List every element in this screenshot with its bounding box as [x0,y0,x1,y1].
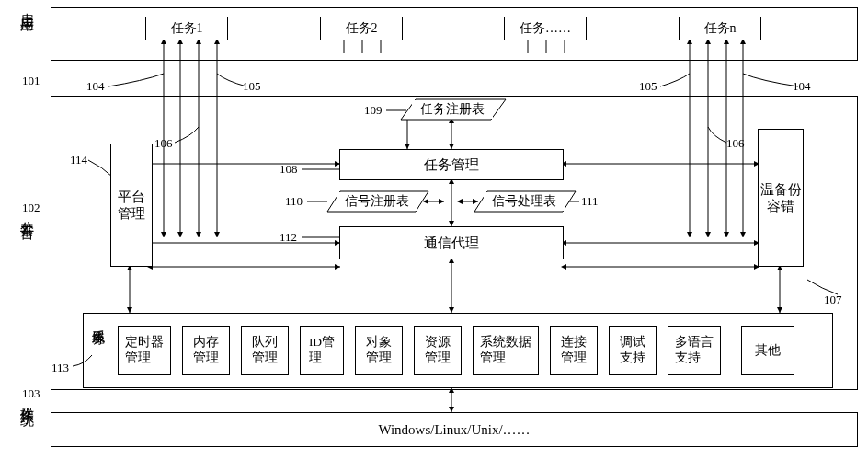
svc-id: ID管 理 [300,326,344,375]
system-services-label: 系统服务 [89,319,106,323]
task-1: 任务1 [145,17,228,40]
num-107: 107 [824,293,842,307]
num-105a: 105 [243,79,261,94]
task-2: 任务2 [320,17,403,40]
task-register: 任务注册表 [412,100,493,119]
num-112: 112 [280,230,297,245]
svc-debug: 调试 支持 [609,326,657,375]
num-106a: 106 [154,136,173,151]
num-111: 111 [581,194,599,209]
svc-memory: 内存 管理 [182,326,230,375]
warm-backup-text: 温备份 容错 [760,181,802,214]
platform-mgmt-text: 平台 管理 [118,189,145,222]
task-mgmt: 任务管理 [339,149,564,180]
task-dots: 任务…… [504,17,587,40]
num-103: 103 [22,386,40,401]
num-102: 102 [22,201,40,215]
svc-resource: 资源 管理 [414,326,462,375]
warm-backup: 温备份 容错 [758,129,804,267]
num-114: 114 [70,153,87,167]
num-106b: 106 [726,136,745,151]
num-110: 110 [285,194,303,209]
svc-other: 其他 [741,326,794,375]
num-113: 113 [51,361,69,375]
num-109: 109 [364,103,383,118]
num-104a: 104 [86,79,105,94]
signal-register: 信号注册表 [337,192,417,211]
num-105b: 105 [639,79,657,94]
svc-timer: 定时器 管理 [118,326,171,375]
os-frame: Windows/Linux/Unix/…… [51,412,858,447]
svc-connection: 连接 管理 [550,326,598,375]
num-101: 101 [22,74,40,88]
upper-app-label: 上层应用 [18,2,36,9]
platform-mgmt: 平台 管理 [110,144,153,267]
svc-queue: 队列 管理 [241,326,289,375]
num-104b: 104 [793,79,811,94]
signal-handler: 信号处理表 [484,192,565,211]
svc-object: 对象 管理 [355,326,403,375]
svc-sysdata: 系统数据 管理 [473,326,539,375]
task-n: 任务n [679,17,761,40]
svc-multilang: 多语言 支持 [668,326,721,375]
num-108: 108 [280,162,298,177]
comm-proxy: 通信代理 [339,226,564,259]
